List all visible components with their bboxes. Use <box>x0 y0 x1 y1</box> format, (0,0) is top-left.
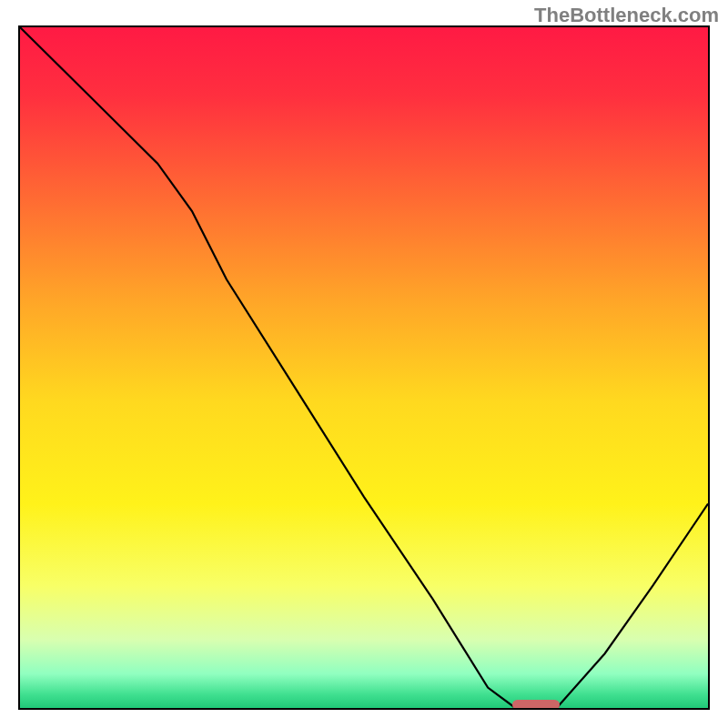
chart-container: TheBottleneck.com <box>0 0 728 728</box>
watermark-text: TheBottleneck.com <box>534 4 719 27</box>
curve-layer <box>20 27 708 708</box>
plot-area <box>18 25 710 710</box>
bottleneck-curve <box>20 27 708 708</box>
optimal-marker <box>512 700 561 710</box>
